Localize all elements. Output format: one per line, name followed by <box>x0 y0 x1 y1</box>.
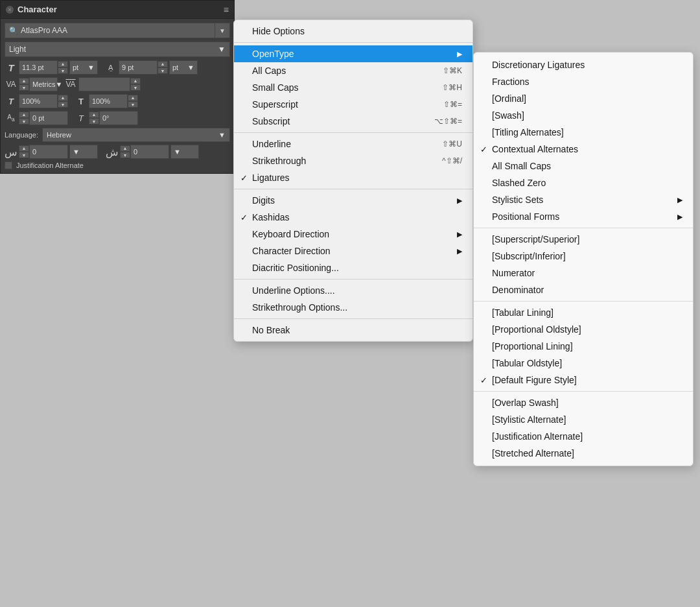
submenu-item-swash[interactable]: [Swash] <box>474 107 693 124</box>
positional-forms-label: Positional Forms <box>492 211 559 222</box>
kerning-spinner[interactable]: ▲ ▼ <box>19 77 29 91</box>
language-row: Language: Hebrew ▼ <box>5 128 230 142</box>
submenu-item-all-small-caps[interactable]: All Small Caps <box>474 158 693 174</box>
vscale-up[interactable]: ▲ <box>58 95 68 101</box>
vscale-down[interactable]: ▼ <box>58 101 68 108</box>
leading-up[interactable]: ▲ <box>158 61 168 67</box>
leading-down[interactable]: ▼ <box>158 67 168 74</box>
kerning-up[interactable]: ▲ <box>19 78 29 84</box>
angle-spinner[interactable]: ▲ ▼ <box>89 111 99 125</box>
vertical-scale-spinner[interactable]: ▲ ▼ <box>58 94 68 108</box>
menu-item-small-caps[interactable]: Small Caps ⇧⌘H <box>234 79 472 96</box>
tabular-lining-label: [Tabular Lining] <box>492 307 554 318</box>
menu-item-all-caps[interactable]: All Caps ⇧⌘K <box>234 62 472 79</box>
language-dropdown[interactable]: Hebrew ▼ <box>42 128 230 142</box>
menu-item-opentype[interactable]: OpenType ▶ <box>234 45 472 62</box>
style-dropdown[interactable]: Light ▼ <box>5 42 230 57</box>
tracking-spinner[interactable]: ▲ ▼ <box>130 77 141 91</box>
baseline-down[interactable]: ▼ <box>19 118 29 125</box>
arabic-input-1[interactable]: 0 <box>29 145 68 159</box>
arabic-spinner-1[interactable]: ▲ ▼ <box>19 145 29 159</box>
menu-item-keyboard-direction[interactable]: Keyboard Direction ▶ <box>234 226 472 243</box>
keyboard-direction-arrow-icon: ▶ <box>457 230 462 239</box>
panel-menu-icon[interactable]: ≡ <box>224 5 229 15</box>
menu-item-character-direction[interactable]: Character Direction ▶ <box>234 243 472 259</box>
leading-unit-dropdown[interactable]: pt▼ <box>169 60 198 75</box>
submenu-item-stretched-alternate[interactable]: [Stretched Alternate] <box>474 445 693 462</box>
menu-item-ligatures[interactable]: ✓ Ligatures <box>234 169 472 186</box>
menu-item-kashidas[interactable]: ✓ Kashidas <box>234 209 472 226</box>
horizontal-scale-spinner[interactable]: ▲ ▼ <box>128 94 138 108</box>
leading-input[interactable]: 9 pt <box>119 60 158 75</box>
close-icon[interactable]: × <box>6 6 14 14</box>
hscale-up[interactable]: ▲ <box>128 95 138 101</box>
menu-item-diacritic-positioning[interactable]: Diacritic Positioning... <box>234 259 472 276</box>
submenu-item-numerator[interactable]: Numerator <box>474 265 693 281</box>
submenu-item-stylistic-sets[interactable]: Stylistic Sets ▶ <box>474 191 693 208</box>
menu-item-strikethrough[interactable]: Strikethrough ^⇧⌘/ <box>234 152 472 169</box>
submenu-item-overlap-swash[interactable]: [Overlap Swash] <box>474 394 693 411</box>
baseline-group: Aa ▲ ▼ 0 pt <box>5 111 68 125</box>
arabic-row: س ▲ ▼ 0 ▼ ش ▲ <box>5 145 230 159</box>
vertical-scale-group: T 100% ▲ ▼ <box>5 94 68 108</box>
submenu-item-justification-alternate[interactable]: [Justification Alternate] <box>474 428 693 445</box>
submenu-item-subscript-inferior[interactable]: [Subscript/Inferior] <box>474 248 693 265</box>
menu-item-underline[interactable]: Underline ⇧⌘U <box>234 136 472 152</box>
tracking-down[interactable]: ▼ <box>130 84 141 91</box>
arabic2-up[interactable]: ▲ <box>120 145 130 152</box>
submenu-item-superscript-superior[interactable]: [Superscript/Superior] <box>474 231 693 248</box>
menu-item-digits[interactable]: Digits ▶ <box>234 192 472 209</box>
panel-titlebar: × Character ≡ <box>1 1 234 19</box>
submenu-item-slashed-zero[interactable]: Slashed Zero <box>474 174 693 191</box>
menu-item-no-break[interactable]: No Break <box>234 322 472 339</box>
font-size-unit-dropdown[interactable]: pt▼ <box>69 60 98 75</box>
arabic-input-2[interactable]: 0 <box>130 145 169 159</box>
submenu-item-contextual-alternates[interactable]: ✓ Contextual Alternates <box>474 141 693 158</box>
font-size-up[interactable]: ▲ <box>58 61 68 67</box>
justification-checkbox[interactable] <box>5 161 12 169</box>
submenu-item-denominator[interactable]: Denominator <box>474 281 693 298</box>
arabic-unit-dropdown-1[interactable]: ▼ <box>69 145 98 159</box>
hscale-down[interactable]: ▼ <box>128 101 138 108</box>
submenu-item-positional-forms[interactable]: Positional Forms ▶ <box>474 208 693 225</box>
font-dropdown-button[interactable]: ▼ <box>215 23 230 38</box>
menu-item-subscript[interactable]: Subscript ⌥⇧⌘= <box>234 113 472 130</box>
angle-up[interactable]: ▲ <box>89 112 99 118</box>
horizontal-scale-input[interactable]: 100% <box>89 94 128 108</box>
baseline-input[interactable]: 0 pt <box>29 111 68 125</box>
angle-down[interactable]: ▼ <box>89 118 99 125</box>
tracking-input[interactable] <box>78 77 130 91</box>
arabic1-down[interactable]: ▼ <box>19 152 29 158</box>
menu-item-superscript[interactable]: Superscript ⇧⌘= <box>234 96 472 113</box>
submenu-item-tabular-oldstyle[interactable]: [Tabular Oldstyle] <box>474 355 693 372</box>
angle-input[interactable]: 0° <box>99 111 138 125</box>
baseline-spinner[interactable]: ▲ ▼ <box>19 111 29 125</box>
kerning-dropdown[interactable]: Metrics▼ <box>29 77 58 91</box>
submenu-item-fractions[interactable]: Fractions <box>474 73 693 90</box>
kerning-down[interactable]: ▼ <box>19 84 29 91</box>
submenu-item-stylistic-alternate[interactable]: [Stylistic Alternate] <box>474 411 693 428</box>
submenu-item-proportional-lining[interactable]: [Proportional Lining] <box>474 338 693 355</box>
leading-spinner[interactable]: ▲ ▼ <box>158 60 168 75</box>
diacritic-positioning-label: Diacritic Positioning... <box>252 263 339 273</box>
tracking-up[interactable]: ▲ <box>130 78 141 84</box>
arabic1-up[interactable]: ▲ <box>19 145 29 152</box>
menu-item-strikethrough-options[interactable]: Strikethrough Options... <box>234 299 472 316</box>
arabic-unit-dropdown-2[interactable]: ▼ <box>170 145 199 159</box>
font-size-down[interactable]: ▼ <box>58 67 68 74</box>
font-search-field[interactable]: 🔍 AtlasPro AAA <box>5 23 215 38</box>
arabic-spinner-2[interactable]: ▲ ▼ <box>120 145 130 159</box>
menu-item-hide-options[interactable]: Hide Options <box>234 23 472 40</box>
font-size-spinner[interactable]: ▲ ▼ <box>58 60 68 75</box>
submenu-item-titling-alternates[interactable]: [Titling Alternates] <box>474 124 693 141</box>
submenu-item-default-figure-style[interactable]: ✓ [Default Figure Style] <box>474 372 693 388</box>
vertical-scale-input[interactable]: 100% <box>19 94 58 108</box>
arabic2-down[interactable]: ▼ <box>120 152 130 158</box>
submenu-item-tabular-lining[interactable]: [Tabular Lining] <box>474 304 693 321</box>
submenu-item-proportional-oldstyle[interactable]: [Proportional Oldstyle] <box>474 321 693 338</box>
menu-item-underline-options[interactable]: Underline Options.... <box>234 282 472 299</box>
submenu-item-ordinal[interactable]: [Ordinal] <box>474 90 693 107</box>
submenu-item-disc-ligatures[interactable]: Discretionary Ligatures <box>474 56 693 73</box>
font-size-input[interactable]: 11.3 pt <box>19 60 58 75</box>
baseline-up[interactable]: ▲ <box>19 112 29 118</box>
